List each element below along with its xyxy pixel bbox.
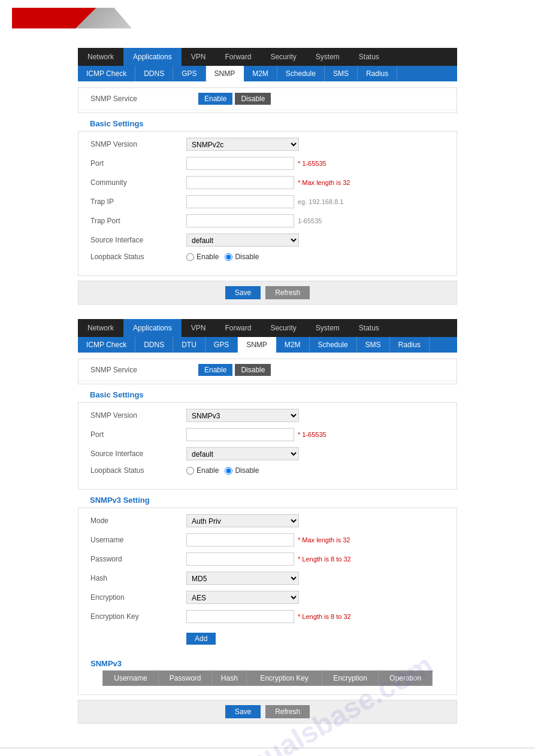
password-input[interactable] [186,552,294,566]
srcif-control-1: default [186,233,299,247]
trapip-input-1[interactable] [186,195,294,208]
username-control: * Max length is 32 [186,533,350,546]
enckey-input[interactable] [186,610,294,623]
enable-button-1[interactable]: Enable [198,93,232,105]
loopback-enable-radio-2[interactable] [186,467,194,475]
community-input-1[interactable] [186,176,294,189]
snmp-service-row-2: SNMP Service Enable Disable [78,359,457,381]
enable-button-2[interactable]: Enable [198,364,232,376]
nav-status-1[interactable]: Status [349,48,389,66]
refresh-button-1[interactable]: Refresh [265,286,310,299]
username-input[interactable] [186,533,294,546]
snmpv3-form-table: Mode Auth Priv Auth NoPriv NoAuth NoPriv… [78,508,457,657]
hash-label: Hash [90,574,186,582]
sub-nav-1: ICMP Check DDNS GPS SNMP M2M Schedule SM… [78,66,457,81]
mode-select[interactable]: Auth Priv Auth NoPriv NoAuth NoPriv [186,514,299,527]
sub-icmpcheck-1[interactable]: ICMP Check [78,66,135,81]
nav-forward-2[interactable]: Forward [215,319,261,337]
loopback-disable-2[interactable]: Disable [225,466,259,475]
sub-schedule-1[interactable]: Schedule [277,66,325,81]
hash-row: Hash MD5 SHA [90,569,445,588]
section-1: Network Applications VPN Forward Securit… [78,48,457,305]
sub-gps-1[interactable]: GPS [173,66,205,81]
sub-radius-2[interactable]: Radius [390,337,430,353]
loopback-enable-radio-1[interactable] [186,253,194,261]
username-hint: * Max length is 32 [298,536,350,544]
port-label-1: Port [90,159,186,168]
nav-network-2[interactable]: Network [78,319,123,337]
srcif-row-1: Source Interface default [90,230,445,250]
th-password: Password [158,671,212,686]
hash-control: MD5 SHA [186,572,299,585]
nav-forward-1[interactable]: Forward [215,48,261,66]
sub-dtu-2[interactable]: DTU [173,337,205,353]
password-control: * Length is 8 to 32 [186,552,351,566]
snmp-version-row-2: SNMP Version SNMPv2c SNMPv3 [90,406,445,425]
password-row: Password * Length is 8 to 32 [90,549,445,569]
nav-vpn-2[interactable]: VPN [182,319,216,337]
snmp-version-select-2[interactable]: SNMPv2c SNMPv3 [186,409,299,422]
th-enckey: Encryption Key [247,671,322,686]
sub-snmp-2[interactable]: SNMP [238,337,276,353]
sub-gps-2[interactable]: GPS [205,337,238,353]
loopback-disable-radio-1[interactable] [225,253,232,261]
refresh-button-2[interactable]: Refresh [265,705,310,718]
sub-snmp-1[interactable]: SNMP [206,66,244,81]
disable-button-1[interactable]: Disable [235,93,271,105]
enckey-control: * Length is 8 to 32 [186,610,351,623]
save-button-2[interactable]: Save [225,705,261,718]
nav-security-1[interactable]: Security [261,48,306,66]
sub-schedule-2[interactable]: Schedule [310,337,357,353]
basic-settings-title-1: Basic Settings [78,113,457,131]
sub-ddns-1[interactable]: DDNS [135,66,173,81]
enckey-hint: * Length is 8 to 32 [298,613,351,620]
sub-sms-2[interactable]: SMS [357,337,390,353]
port-input-1[interactable] [186,157,294,170]
main-nav-2: Network Applications VPN Forward Securit… [78,319,457,337]
disable-button-2[interactable]: Disable [235,364,271,376]
nav-system-2[interactable]: System [306,319,349,337]
nav-applications-1[interactable]: Applications [123,48,182,66]
loopback-disable-1[interactable]: Disable [225,253,259,261]
loopback-disable-radio-2[interactable] [225,467,232,475]
snmp-version-label-1: SNMP Version [90,140,186,148]
mode-row: Mode Auth Priv Auth NoPriv NoAuth NoPriv [90,511,445,530]
sub-ddns-2[interactable]: DDNS [135,337,173,353]
trapport-input-1[interactable] [186,214,294,227]
nav-applications-2[interactable]: Applications [123,319,182,337]
add-button[interactable]: Add [186,633,216,645]
sub-sms-1[interactable]: SMS [325,66,358,81]
hash-select[interactable]: MD5 SHA [186,572,299,585]
enckey-row: Encryption Key * Length is 8 to 32 [90,607,445,626]
srcif-select-2[interactable]: default [186,447,299,460]
th-encryption: Encryption [322,671,379,686]
nav-status-2[interactable]: Status [349,319,389,337]
nav-system-1[interactable]: System [306,48,349,66]
sub-m2m-1[interactable]: M2M [244,66,277,81]
sub-icmpcheck-2[interactable]: ICMP Check [78,337,135,353]
encryption-select[interactable]: AES DES [186,591,299,604]
port-row-2: Port * 1-65535 [90,425,445,444]
sub-nav-2: ICMP Check DDNS DTU GPS SNMP M2M Schedul… [78,337,457,353]
srcif-select-1[interactable]: default [186,233,299,247]
loopback-label-2: Loopback Status [90,466,186,475]
port-control-2: * 1-65535 [186,428,327,441]
loopback-row-1: Loopback Status Enable Disable [90,250,445,264]
nav-network-1[interactable]: Network [78,48,123,66]
snmpv3-table-title: SNMPv3 [78,657,457,670]
port-input-2[interactable] [186,428,294,441]
sub-m2m-2[interactable]: M2M [276,337,310,353]
snmp-version-control-1: SNMPv2c SNMPv3 [186,138,299,151]
logo [12,8,132,29]
footer-bar-2: Save Refresh [78,700,457,724]
nav-security-2[interactable]: Security [261,319,306,337]
nav-vpn-1[interactable]: VPN [182,48,216,66]
snmp-version-select-1[interactable]: SNMPv2c SNMPv3 [186,138,299,151]
basic-settings-panel-2: SNMP Version SNMPv2c SNMPv3 Port [78,402,457,490]
save-button-1[interactable]: Save [225,286,261,299]
sub-radius-1[interactable]: Radius [358,66,397,81]
loopback-enable-2[interactable]: Enable [186,466,219,475]
basic-settings-title-2: Basic Settings [78,384,457,402]
loopback-enable-1[interactable]: Enable [186,253,219,261]
snmp-service-panel-2: SNMP Service Enable Disable [78,359,457,384]
